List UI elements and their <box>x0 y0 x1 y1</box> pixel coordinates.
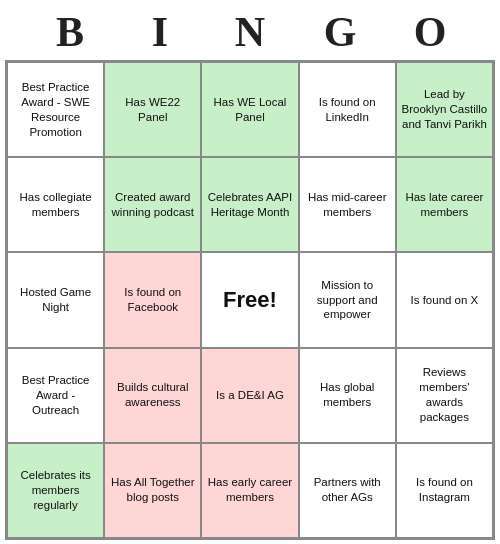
bingo-cell-22: Has early career members <box>201 443 298 538</box>
bingo-grid: Best Practice Award - SWE Resource Promo… <box>5 60 495 540</box>
bingo-letter-n: N <box>205 8 295 56</box>
bingo-cell-14: Is found on X <box>396 252 493 347</box>
bingo-cell-8: Has mid-career members <box>299 157 396 252</box>
bingo-header: BINGO <box>0 0 500 60</box>
bingo-cell-23: Partners with other AGs <box>299 443 396 538</box>
bingo-cell-7: Celebrates AAPI Heritage Month <box>201 157 298 252</box>
bingo-letter-i: I <box>115 8 205 56</box>
bingo-cell-24: Is found on Instagram <box>396 443 493 538</box>
bingo-cell-12: Free! <box>201 252 298 347</box>
bingo-cell-17: Is a DE&I AG <box>201 348 298 443</box>
bingo-cell-16: Builds cultural awareness <box>104 348 201 443</box>
bingo-letter-g: G <box>295 8 385 56</box>
bingo-cell-0: Best Practice Award - SWE Resource Promo… <box>7 62 104 157</box>
bingo-cell-9: Has late career members <box>396 157 493 252</box>
bingo-cell-10: Hosted Game Night <box>7 252 104 347</box>
bingo-cell-20: Celebrates its members regularly <box>7 443 104 538</box>
bingo-cell-5: Has collegiate members <box>7 157 104 252</box>
bingo-cell-13: Mission to support and empower <box>299 252 396 347</box>
bingo-letter-b: B <box>25 8 115 56</box>
bingo-cell-2: Has WE Local Panel <box>201 62 298 157</box>
bingo-cell-11: Is found on Facebook <box>104 252 201 347</box>
bingo-letter-o: O <box>385 8 475 56</box>
bingo-cell-15: Best Practice Award - Outreach <box>7 348 104 443</box>
bingo-cell-19: Reviews members' awards packages <box>396 348 493 443</box>
bingo-cell-1: Has WE22 Panel <box>104 62 201 157</box>
bingo-cell-4: Lead by Brooklyn Castillo and Tanvi Pari… <box>396 62 493 157</box>
bingo-cell-18: Has global members <box>299 348 396 443</box>
bingo-cell-6: Created award winning podcast <box>104 157 201 252</box>
bingo-cell-3: Is found on LinkedIn <box>299 62 396 157</box>
bingo-cell-21: Has All Together blog posts <box>104 443 201 538</box>
